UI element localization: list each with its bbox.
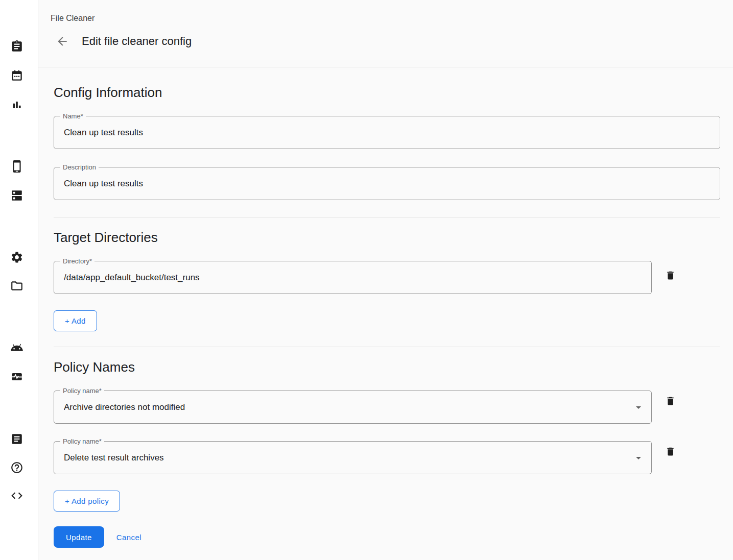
description-input[interactable] [54,167,720,200]
description-field-outline: Description [54,167,720,200]
policy-select-outline: Policy name* [54,391,652,424]
update-button[interactable]: Update [54,526,104,548]
footer-actions: Update Cancel [54,526,720,548]
page-title: Edit file cleaner config [82,35,192,48]
policy-row: Policy name* [54,391,720,424]
section-divider [54,217,720,217]
sidebar-item-calendar[interactable] [7,65,27,86]
code-icon [10,489,23,502]
cancel-button[interactable]: Cancel [111,533,147,542]
section-divider [54,347,720,347]
description-field-label: Description [60,163,99,172]
sidebar-item-tasks[interactable] [7,36,27,57]
sidebar-item-stats[interactable] [7,94,27,115]
section-title-policy-names: Policy Names [54,359,720,375]
sidebar-item-help[interactable] [7,457,27,478]
delete-policy-button-1[interactable] [660,391,680,411]
sidebar-item-android[interactable] [7,337,27,358]
back-button[interactable] [52,31,73,52]
directory-row: Directory* [54,261,720,294]
directory-input[interactable] [54,261,651,294]
sidebar-item-monitoring[interactable] [7,367,27,387]
sidebar-item-settings[interactable] [7,247,27,267]
calendar-icon [10,69,23,82]
clipboard-icon [10,40,23,53]
sidebar [0,0,38,560]
arrow-back-icon [56,35,69,48]
sidebar-item-devices[interactable] [7,156,27,177]
policy-row: Policy name* [54,441,720,474]
delete-directory-button[interactable] [660,265,680,285]
add-directory-button[interactable]: + Add [54,310,97,331]
bar-chart-icon [10,98,23,111]
page-header: File Cleaner Edit file cleaner config [38,0,733,67]
main-panel: File Cleaner Edit file cleaner config Co… [38,0,733,560]
section-title-target-directories: Target Directories [54,230,720,246]
trash-icon [665,446,676,457]
app-title: File Cleaner [51,13,721,23]
sidebar-item-storage[interactable] [7,185,27,206]
name-field-label: Name* [60,112,86,120]
smartphone-icon [10,160,23,173]
directory-field-label: Directory* [60,257,94,265]
sidebar-item-logs[interactable] [7,429,27,449]
sidebar-item-files[interactable] [7,276,27,296]
name-field-outline: Name* [54,116,720,149]
policy-field-label: Policy name* [60,386,104,395]
trash-icon [665,396,676,406]
gear-icon [10,251,23,264]
add-policy-button[interactable]: + Add policy [54,491,120,512]
directory-field-outline: Directory* [54,261,652,294]
policy-select-1[interactable] [54,391,651,423]
article-icon [10,432,23,446]
delete-policy-button-2[interactable] [660,441,680,461]
form-content: Config Information Name* Description Tar… [38,67,733,560]
name-input[interactable] [54,116,720,149]
monitoring-icon [10,370,23,383]
folder-icon [10,279,23,293]
section-title-config-information: Config Information [54,85,720,101]
android-icon [10,341,23,354]
policy-select-outline: Policy name* [54,441,652,474]
policy-select-2[interactable] [54,442,651,474]
help-icon [10,461,23,474]
policy-field-label: Policy name* [60,437,104,446]
trash-icon [665,270,676,281]
sidebar-item-code[interactable] [7,485,27,506]
dns-icon [10,189,23,202]
